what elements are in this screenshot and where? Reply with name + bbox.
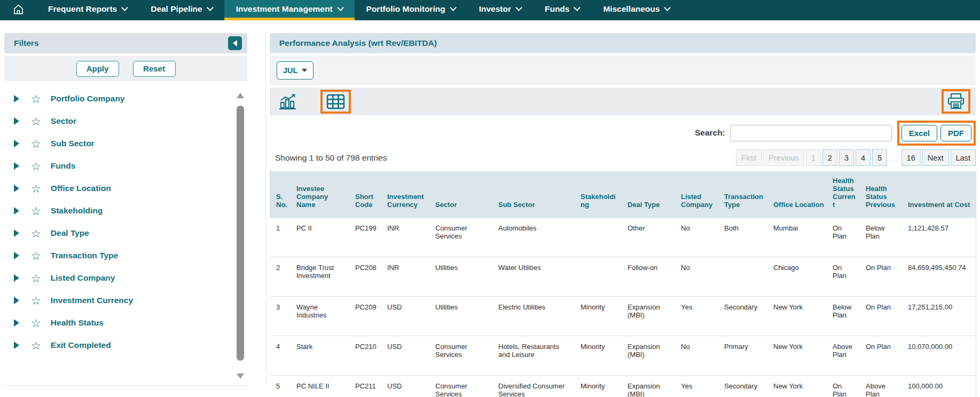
star-icon[interactable]: ☆ <box>31 93 41 105</box>
panel-divider <box>265 33 266 385</box>
star-icon[interactable]: ☆ <box>31 161 41 172</box>
column-header-sector[interactable]: Sector <box>431 171 494 218</box>
column-header-investment-at-cost[interactable]: Investment at Cost <box>904 171 976 218</box>
page-button-first: First <box>736 149 762 166</box>
nav-item-miscellaneous[interactable]: Miscellaneous <box>591 0 681 20</box>
page-button-5[interactable]: 5 <box>872 149 887 166</box>
scroll-down-icon[interactable] <box>237 374 244 379</box>
page-button-16[interactable]: 16 <box>901 149 921 166</box>
cell-listed-company: No <box>677 257 720 297</box>
star-icon[interactable]: ☆ <box>31 295 41 306</box>
star-icon[interactable]: ☆ <box>31 317 41 329</box>
cell-investment-currency: USD <box>383 376 431 397</box>
expand-triangle-icon[interactable] <box>14 95 19 102</box>
expand-triangle-icon[interactable] <box>14 162 19 170</box>
chart-view-icon[interactable] <box>278 93 298 110</box>
expand-triangle-icon[interactable] <box>14 229 19 237</box>
star-icon[interactable]: ☆ <box>31 340 41 351</box>
star-icon[interactable]: ☆ <box>31 183 41 194</box>
column-header-deal-type[interactable]: Deal Type <box>623 171 677 218</box>
star-icon[interactable]: ☆ <box>31 116 41 127</box>
table-row: 1PC IIPC199INRConsumer ServicesAutomobil… <box>270 218 976 257</box>
star-icon[interactable]: ☆ <box>31 205 41 217</box>
nav-item-portfolio-monitoring[interactable]: Portfolio Monitoring <box>355 0 467 20</box>
expand-triangle-icon[interactable] <box>14 185 19 192</box>
star-icon[interactable]: ☆ <box>31 228 41 239</box>
column-header-office-location[interactable]: Office Location <box>769 171 828 218</box>
expand-triangle-icon[interactable] <box>14 207 19 215</box>
chevron-down-icon <box>574 4 581 11</box>
cell-listed-company: Yes <box>677 297 720 336</box>
page-button-next[interactable]: Next <box>922 149 949 166</box>
cell-transaction-type: Both <box>720 218 769 257</box>
expand-triangle-icon[interactable] <box>14 117 19 125</box>
column-header-health-status-current[interactable]: Health Status Current <box>828 171 861 218</box>
expand-triangle-icon[interactable] <box>14 274 19 282</box>
cell-short-code: PC199 <box>351 218 383 257</box>
cell-investment-at-cost: 17,251,215.00 <box>904 297 976 336</box>
filter-item-exit-completed[interactable]: ☆Exit Completed <box>4 334 247 356</box>
column-header-transaction-type[interactable]: Transaction Type <box>720 171 769 218</box>
home-button[interactable] <box>0 0 36 20</box>
month-dropdown[interactable]: JUL <box>277 61 313 80</box>
page-button-4[interactable]: 4 <box>856 149 871 166</box>
cell-sub-sector: Hotels, Restaurants and Leisure <box>494 336 576 376</box>
apply-button[interactable]: Apply <box>76 61 119 77</box>
star-icon[interactable]: ☆ <box>31 250 41 261</box>
chevron-down-icon <box>664 4 671 11</box>
column-header-sub-sector[interactable]: Sub Sector <box>494 171 576 218</box>
filter-item-funds[interactable]: ☆Funds <box>4 155 247 177</box>
sidebar-scrollbar[interactable] <box>237 93 244 379</box>
search-input[interactable] <box>730 125 892 141</box>
cell-short-code: PC210 <box>351 336 383 376</box>
filter-item-office-location[interactable]: ☆Office Location <box>4 177 247 200</box>
print-icon[interactable] <box>946 92 966 110</box>
scrollbar-thumb[interactable] <box>237 106 244 361</box>
expand-triangle-icon[interactable] <box>14 319 19 327</box>
pdf-button[interactable]: PDF <box>940 125 971 141</box>
collapse-filters-button[interactable] <box>228 36 242 50</box>
filter-item-investment-currency[interactable]: ☆Investment Currency <box>4 289 247 312</box>
caret-down-icon <box>302 69 307 72</box>
nav-item-deal-pipeline[interactable]: Deal Pipeline <box>139 0 224 20</box>
expand-triangle-icon[interactable] <box>14 342 19 349</box>
column-header-health-status-previous[interactable]: Health Status Previous <box>861 171 904 218</box>
filter-item-listed-company[interactable]: ☆Listed Company <box>4 267 247 289</box>
expand-triangle-icon[interactable] <box>14 252 19 259</box>
scroll-up-icon[interactable] <box>237 93 244 98</box>
reset-button[interactable]: Reset <box>133 61 176 77</box>
filter-item-health-status[interactable]: ☆Health Status <box>4 312 247 334</box>
filter-item-sub-sector[interactable]: ☆Sub Sector <box>4 132 247 155</box>
nav-item-investment-management[interactable]: Investment Management <box>224 0 355 20</box>
nav-item-funds[interactable]: Funds <box>533 0 592 20</box>
nav-item-investor[interactable]: Investor <box>467 0 533 20</box>
nav-item-frequent-reports[interactable]: Frequent Reports <box>36 0 139 20</box>
column-header-short-code[interactable]: Short Code <box>351 171 383 218</box>
page-button-2[interactable]: 2 <box>822 149 837 166</box>
expand-triangle-icon[interactable] <box>14 297 19 304</box>
page-button-last[interactable]: Last <box>951 149 976 166</box>
star-icon[interactable]: ☆ <box>31 138 41 149</box>
star-icon[interactable]: ☆ <box>31 273 41 284</box>
month-dropdown-value: JUL <box>283 66 297 75</box>
column-header-stakeholding[interactable]: Stakeholding <box>576 171 623 218</box>
column-header-listed-company[interactable]: Listed Company <box>677 171 720 218</box>
nav-item-label: Portfolio Monitoring <box>366 4 445 14</box>
filter-item-deal-type[interactable]: ☆Deal Type <box>4 222 247 244</box>
pagination: FirstPrevious12345…16NextLast <box>736 149 976 166</box>
expand-triangle-icon[interactable] <box>14 140 19 147</box>
filter-item-stakeholding[interactable]: ☆Stakeholding <box>4 200 247 222</box>
filter-item-portfolio-company[interactable]: ☆Portfolio Company <box>4 88 247 110</box>
excel-button[interactable]: Excel <box>901 125 937 141</box>
filter-item-transaction-type[interactable]: ☆Transaction Type <box>4 244 247 267</box>
column-header-s-no[interactable]: S. No. <box>270 171 292 218</box>
cell-s-no: 3 <box>270 297 292 336</box>
filter-item-sector[interactable]: ☆Sector <box>4 110 247 132</box>
table-view-icon[interactable] <box>326 94 345 109</box>
page-button-3[interactable]: 3 <box>839 149 854 166</box>
table-head: S. No.Investee Company NameShort CodeInv… <box>270 171 976 218</box>
cell-health-status-current: Below Plan <box>828 297 861 336</box>
column-header-investee-company-name[interactable]: Investee Company Name <box>292 171 351 218</box>
cell-sub-sector: Diversified Consumer Services <box>494 376 576 397</box>
column-header-investment-currency[interactable]: Investment Currency <box>383 171 431 218</box>
